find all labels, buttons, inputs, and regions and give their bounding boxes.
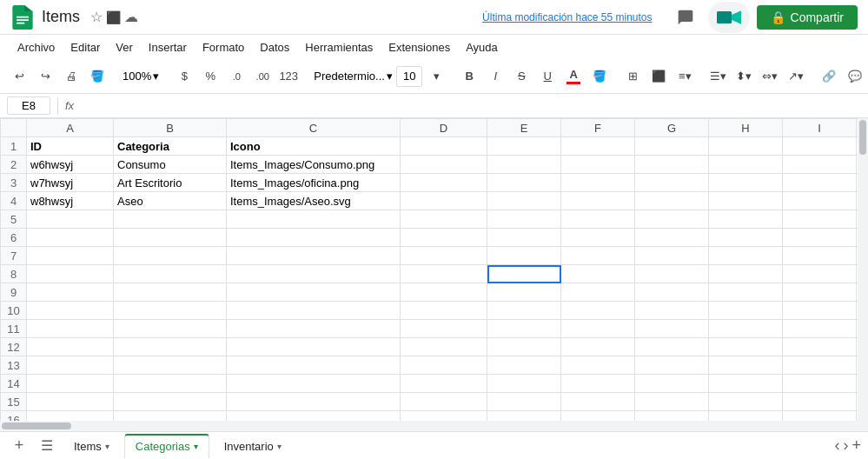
cell-9-A[interactable] [27,283,114,302]
col-header-a[interactable]: A [27,119,114,137]
borders-button[interactable]: ⊞ [620,64,645,89]
cell-10-I[interactable] [783,302,857,320]
cell-2-B[interactable]: Consumo [114,156,227,174]
cell-12-I[interactable] [783,338,857,356]
row-header-3[interactable]: 3 [1,174,27,192]
cell-3-H[interactable] [709,174,783,192]
meet-button[interactable] [708,2,750,33]
row-header-1[interactable]: 1 [1,137,27,156]
cell-4-I[interactable] [783,192,857,210]
redo-button[interactable]: ↪ [33,64,57,89]
cell-3-C[interactable]: Items_Images/oficina.png [227,174,401,192]
tab-categorias[interactable]: Categorias ▾ [124,434,209,458]
cell-15-A[interactable] [27,393,114,411]
cell-1-H[interactable] [709,137,783,156]
cell-10-A[interactable] [27,302,114,320]
strikethrough-button[interactable]: S [509,64,533,89]
cell-7-E[interactable] [487,247,561,265]
cell-15-I[interactable] [783,393,857,411]
cell-11-C[interactable] [227,320,401,338]
font-size-arrow[interactable]: ▾ [424,64,448,89]
menu-formato[interactable]: Formato [195,39,251,56]
link-button[interactable]: 🔗 [817,64,841,89]
cell-8-A[interactable] [27,265,114,283]
cell-7-H[interactable] [709,247,783,265]
cell-8-G[interactable] [635,265,709,283]
valign-button[interactable]: ⬍▾ [732,64,756,89]
row-header-9[interactable]: 9 [1,283,27,302]
menu-herramientas[interactable]: Herramientas [298,39,380,56]
col-header-c[interactable]: C [227,119,401,137]
comment-button[interactable]: 💬 [843,64,867,89]
cell-10-F[interactable] [561,302,635,320]
cell-3-G[interactable] [635,174,709,192]
cell-10-C[interactable] [227,302,401,320]
table-row[interactable]: 4w8hwsyjAseoItems_Images/Aseo.svg [1,192,869,210]
cell-9-I[interactable] [783,283,857,302]
cell-2-D[interactable] [401,156,487,174]
cell-13-C[interactable] [227,356,401,375]
scroll-left-button[interactable]: ‹ [834,436,839,455]
menu-ver[interactable]: Ver [109,39,140,56]
cell-11-D[interactable] [401,320,487,338]
cell-2-H[interactable] [709,156,783,174]
cell-11-I[interactable] [783,320,857,338]
cell-12-F[interactable] [561,338,635,356]
cell-11-F[interactable] [561,320,635,338]
cell-1-B[interactable]: Categoria [114,137,227,156]
add-sheet-bottom[interactable]: + [851,436,861,455]
cell-15-H[interactable] [709,393,783,411]
cell-5-I[interactable] [783,210,857,229]
cell-12-G[interactable] [635,338,709,356]
cell-3-F[interactable] [561,174,635,192]
table-row[interactable]: 12 [1,338,869,356]
text-color-button[interactable]: A [561,64,586,89]
cell-7-G[interactable] [635,247,709,265]
cell-11-H[interactable] [709,320,783,338]
cell-5-E[interactable] [487,210,561,229]
cell-11-E[interactable] [487,320,561,338]
halign-button[interactable]: ☰▾ [706,64,730,89]
italic-button[interactable]: I [483,64,507,89]
paint-format-button[interactable]: 🪣 [85,64,109,89]
cell-7-I[interactable] [783,247,857,265]
cell-15-C[interactable] [227,393,401,411]
cell-4-D[interactable] [401,192,487,210]
cell-13-I[interactable] [783,356,857,375]
more-align-button[interactable]: ≡▾ [673,64,697,89]
cell-5-H[interactable] [709,210,783,229]
table-row[interactable]: 13 [1,356,869,375]
scroll-right-button[interactable]: › [843,436,848,455]
cell-14-A[interactable] [27,375,114,393]
vertical-scrollbar[interactable] [858,118,868,421]
menu-extensiones[interactable]: Extensiones [381,39,457,56]
cell-15-G[interactable] [635,393,709,411]
col-header-b[interactable]: B [114,119,227,137]
cell-4-G[interactable] [635,192,709,210]
bold-button[interactable]: B [457,64,481,89]
formula-input[interactable] [84,99,861,112]
table-row[interactable]: 11 [1,320,869,338]
cell-6-E[interactable] [487,229,561,247]
row-header-12[interactable]: 12 [1,338,27,356]
cell-11-A[interactable] [27,320,114,338]
table-row[interactable]: 8 [1,265,869,283]
cell-14-C[interactable] [227,375,401,393]
col-header-h[interactable]: H [709,119,783,137]
cell-15-D[interactable] [401,393,487,411]
cell-7-F[interactable] [561,247,635,265]
cell-6-I[interactable] [783,229,857,247]
add-sheet-button[interactable]: + [7,434,31,458]
textwrap-button[interactable]: ⇔▾ [758,64,782,89]
comments-button[interactable] [670,2,701,33]
row-header-6[interactable]: 6 [1,229,27,247]
menu-insertar[interactable]: Insertar [142,39,194,56]
cell-5-C[interactable] [227,210,401,229]
cell-4-C[interactable]: Items_Images/Aseo.svg [227,192,401,210]
cell-13-B[interactable] [114,356,227,375]
cell-1-E[interactable] [487,137,561,156]
cell-1-F[interactable] [561,137,635,156]
cell-12-E[interactable] [487,338,561,356]
cell-2-I[interactable] [783,156,857,174]
cell-9-D[interactable] [401,283,487,302]
